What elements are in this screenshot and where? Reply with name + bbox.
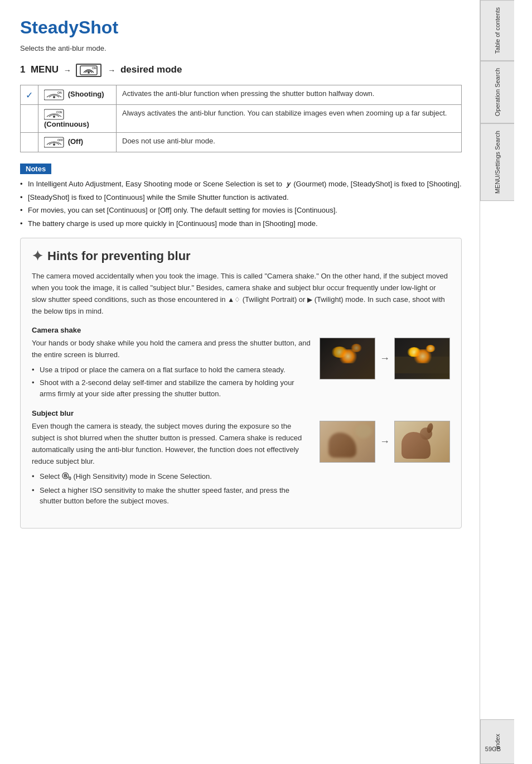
subject-blur-tip-2: Select a higher ISO sensitivity to make … <box>32 485 311 507</box>
svg-point-4 <box>53 96 55 98</box>
menu-path-heading: 1 MENU → ON → desired mode <box>20 64 462 77</box>
camera-shake-section: Camera shake Your hands or body shake wh… <box>32 326 450 401</box>
sidebar-tab-toc[interactable]: Table of contents <box>480 0 514 61</box>
subject-blur-tips: Select ⓐ0 (High Sensitivity) mode in Sce… <box>32 471 311 507</box>
svg-point-1 <box>88 71 90 74</box>
mode-off-label: (Off) <box>68 138 83 146</box>
menu-path-end: desired mode <box>120 65 182 75</box>
highsens-icon: ⓐ0 <box>62 472 71 480</box>
camera-shake-tip-1: Use a tripod or place the camera on a fl… <box>32 364 311 376</box>
notes-section: Notes In Intelligent Auto Adjustment, Ea… <box>20 164 462 229</box>
table-row: ✓ ON (Shooting) Activates the anti-blur … <box>21 85 462 105</box>
subject-blur-image <box>320 421 375 463</box>
hints-icon: ✦ <box>32 248 43 264</box>
page-suffix: GB <box>492 746 501 752</box>
operation-label: Operation Search <box>494 68 501 116</box>
notes-item-2: [SteadyShot] is fixed to [Continuous] wh… <box>20 192 462 203</box>
camera-shake-tips: Use a tripod or place the camera on a fl… <box>32 364 311 400</box>
steadyshot-icon: ON <box>76 64 101 77</box>
svg-point-10 <box>53 143 55 146</box>
table-row: OFF (Off) Does not use anti-blur mode. <box>21 133 462 152</box>
menu-label: MENU/Settings Search <box>494 131 501 194</box>
check-icon: ✓ <box>26 90 33 100</box>
menu-path-text: 1 MENU → ON → desired mode <box>20 64 182 77</box>
svg-text:OFF: OFF <box>57 138 63 142</box>
table-row: CON (Continuous) Always activates the an… <box>21 105 462 133</box>
table-cell-desc-shooting: Activates the anti-blur function when pr… <box>117 85 462 105</box>
sidebar-tab-operation[interactable]: Operation Search <box>480 61 514 123</box>
page-subtitle: Selects the anti-blur mode. <box>20 44 462 52</box>
mode-table: ✓ ON (Shooting) Activates the anti-blur … <box>20 85 462 152</box>
notes-item-3: For movies, you can set [Continuous] or … <box>20 205 462 216</box>
mode-continuous-label: (Continuous) <box>44 120 89 128</box>
notes-list: In Intelligent Auto Adjustment, Easy Sho… <box>20 179 462 229</box>
sidebar-tab-index[interactable]: Index <box>480 719 514 764</box>
subject-blur-tip-1: Select ⓐ0 (High Sensitivity) mode in Sce… <box>32 471 311 483</box>
twilight-icon: ▶ <box>307 296 312 304</box>
subject-blur-content: Even though the camera is steady, the su… <box>32 421 450 508</box>
table-cell-empty <box>21 105 38 133</box>
portrait-icon: ▲♢ <box>228 296 240 304</box>
subject-blur-images: → <box>320 421 450 463</box>
svg-point-7 <box>53 116 55 118</box>
camera-shake-intro: Your hands or body shake while you hold … <box>32 338 311 361</box>
table-cell-check: ✓ <box>21 85 38 105</box>
main-content: SteadyShot Selects the anti-blur mode. 1… <box>0 0 480 764</box>
camera-shake-blur-image <box>320 338 375 379</box>
arrow-icon-2: → <box>380 436 390 448</box>
hints-title: ✦ Hints for preventing blur <box>32 248 450 264</box>
camera-shake-text: Your hands or body shake while you hold … <box>32 338 311 401</box>
table-cell-mode-off: OFF (Off) <box>38 133 117 152</box>
svg-text:ON: ON <box>57 91 62 94</box>
table-cell-mode: ON (Shooting) <box>38 85 117 105</box>
hints-title-text: Hints for preventing blur <box>47 249 191 263</box>
notes-item-4: The battery charge is used up more quick… <box>20 218 462 229</box>
toc-label: Table of contents <box>494 7 501 54</box>
page-number-value: 59 <box>485 746 492 752</box>
right-sidebar: Table of contents Operation Search MENU/… <box>480 0 514 764</box>
notes-item-1: In Intelligent Auto Adjustment, Easy Sho… <box>20 179 462 190</box>
page-number: 59GB <box>485 744 501 753</box>
arrow-icon: → <box>380 353 390 364</box>
camera-shake-title: Camera shake <box>32 326 450 334</box>
subject-blur-title: Subject blur <box>32 409 450 417</box>
svg-text:CON: CON <box>56 111 62 114</box>
subject-blur-intro: Even though the camera is steady, the su… <box>32 421 311 467</box>
table-cell-empty2 <box>21 133 38 152</box>
table-cell-desc-off: Does not use anti-blur mode. <box>117 133 462 152</box>
mode-shooting-label: (Shooting) <box>68 90 104 99</box>
hints-body: The camera moved accidentally when you t… <box>32 271 450 317</box>
camera-shake-tip-2: Shoot with a 2-second delay self-timer a… <box>32 377 311 399</box>
hints-box: ✦ Hints for preventing blur The camera m… <box>20 238 462 528</box>
table-cell-desc-continuous: Always activates the anti-blur function.… <box>117 105 462 133</box>
sidebar-tab-menu[interactable]: MENU/Settings Search <box>480 123 514 201</box>
camera-shake-clear-image <box>394 338 450 379</box>
table-cell-mode-continuous: CON (Continuous) <box>38 105 117 133</box>
notes-label: Notes <box>20 164 51 174</box>
subject-blur-text: Even though the camera is steady, the su… <box>32 421 311 508</box>
camera-shake-content: Your hands or body shake while you hold … <box>32 338 450 401</box>
page-title: SteadyShot <box>20 18 462 37</box>
camera-shake-images: → <box>320 338 450 379</box>
subject-clear-image <box>394 421 450 463</box>
subject-blur-section: Subject blur Even though the camera is s… <box>32 409 450 508</box>
gourmet-icon: ｙ <box>284 180 292 188</box>
svg-text:ON: ON <box>92 66 96 70</box>
